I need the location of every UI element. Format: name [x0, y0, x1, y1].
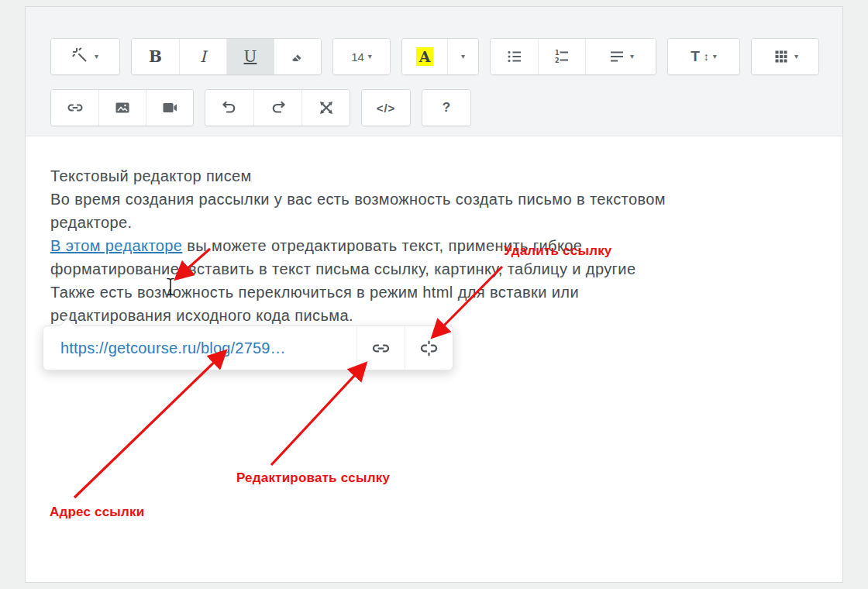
insert-image-button[interactable] — [98, 90, 146, 126]
svg-text:1: 1 — [555, 50, 560, 57]
svg-text:2: 2 — [555, 57, 560, 64]
editor-toolbar: ▾ B I U — [26, 7, 842, 136]
format-group: B I U — [131, 38, 322, 75]
align-button[interactable]: ▾ — [585, 39, 656, 74]
paragraph-1-line-1: Во время создания рассылки у вас есть во… — [50, 191, 666, 208]
italic-button[interactable]: I — [179, 39, 226, 74]
highlight-dropdown-button[interactable]: ▾ — [447, 39, 478, 74]
unlink-icon — [418, 338, 439, 359]
bullet-list-icon — [505, 47, 524, 66]
undo-button[interactable] — [205, 90, 253, 126]
bold-button[interactable]: B — [132, 39, 179, 74]
eraser-icon — [288, 47, 307, 66]
chevron-down-icon: ▾ — [794, 53, 798, 60]
magic-wand-icon — [72, 47, 91, 66]
doc-title-text: Текстовый редактор писем — [50, 167, 252, 184]
highlight-group: A ▾ — [401, 38, 479, 75]
paragraph-2: В этом редакторе вы можете отредактирова… — [50, 234, 808, 281]
paragraph-1: Во время создания рассылки у вас есть во… — [50, 188, 808, 234]
link-icon — [66, 98, 84, 117]
link-tooltip: https://getcourse.ru/blog/2759… — [43, 326, 453, 370]
link-address-label: Адрес ссылки — [50, 505, 144, 520]
font-size-group: 14 ▾ — [332, 38, 391, 75]
toolbar-row-1: ▾ B I U — [50, 38, 830, 75]
bullet-list-button[interactable] — [491, 39, 538, 74]
line-height-group: T ↕ ▾ — [667, 38, 740, 75]
toolbar-row-2: </> ? — [50, 89, 830, 126]
chevron-down-icon: ▾ — [461, 53, 465, 60]
style-group: ▾ — [50, 38, 120, 75]
edit-link-button[interactable] — [356, 326, 405, 370]
question-icon: ? — [443, 100, 450, 115]
table-icon — [772, 47, 790, 66]
line-height-letter: T — [691, 48, 700, 65]
paragraph-1-line-2: редакторе. — [50, 214, 132, 231]
align-icon — [608, 47, 626, 66]
image-icon — [113, 98, 132, 117]
updown-arrow-icon: ↕ — [704, 50, 709, 63]
chevron-down-icon: ▾ — [713, 53, 717, 60]
text-link[interactable]: В этом редакторе — [50, 237, 182, 254]
chevron-down-icon: ▾ — [95, 53, 98, 60]
italic-label: I — [200, 47, 206, 66]
delete-link-label: Удалить ссылку — [504, 243, 612, 259]
paragraph-3: Также есть возможность переключиться в р… — [50, 281, 808, 327]
undo-icon — [220, 98, 239, 117]
chevron-down-icon: ▾ — [630, 53, 634, 60]
bold-label: B — [149, 47, 162, 66]
table-group: ▾ — [751, 38, 819, 75]
code-icon: </> — [377, 102, 396, 115]
paragraph-2-line-2: форматирование, вставить в текст письма … — [50, 260, 636, 277]
highlight-letter: A — [416, 47, 434, 66]
chevron-down-icon: ▾ — [368, 53, 372, 60]
edit-link-label: Редактировать ссылку — [236, 470, 390, 486]
redo-icon — [269, 98, 288, 117]
editor-card: ▾ B I U — [25, 6, 843, 583]
fullscreen-icon — [317, 98, 336, 117]
code-group: </> — [361, 89, 411, 126]
help-button[interactable]: ? — [422, 90, 470, 126]
insert-video-button[interactable] — [146, 90, 193, 126]
video-icon — [160, 98, 179, 117]
underline-button[interactable]: U — [226, 39, 274, 74]
unlink-button[interactable] — [405, 326, 453, 370]
insert-group — [50, 89, 194, 126]
font-size-value: 14 — [351, 50, 364, 64]
highlight-color-button[interactable]: A — [402, 39, 447, 74]
font-size-button[interactable]: 14 ▾ — [333, 39, 390, 74]
link-icon — [370, 338, 391, 359]
clear-format-button[interactable] — [274, 39, 321, 74]
html-code-button[interactable]: </> — [362, 90, 410, 126]
text-cursor-icon — [165, 277, 176, 297]
editor-content[interactable]: Текстовый редактор писем Во время создан… — [26, 136, 842, 327]
underline-label: U — [244, 47, 257, 66]
numbered-list-icon: 1 2 — [553, 47, 571, 66]
line-height-button[interactable]: T ↕ ▾ — [668, 39, 739, 74]
help-group: ? — [422, 89, 471, 126]
fullscreen-button[interactable] — [301, 90, 350, 126]
list-group: 1 2 ▾ — [490, 38, 656, 75]
redo-button[interactable] — [253, 90, 301, 126]
link-url[interactable]: https://getcourse.ru/blog/2759… — [43, 326, 356, 370]
history-group — [205, 89, 350, 126]
text-style-button[interactable]: ▾ — [51, 39, 119, 74]
doc-title: Текстовый редактор писем — [50, 164, 808, 188]
paragraph-3-line-1: Также есть возможность переключиться в р… — [50, 284, 579, 301]
paragraph-3-line-2: редактирования исходного кода письма. — [50, 307, 353, 324]
numbered-list-button[interactable]: 1 2 — [538, 39, 585, 74]
table-button[interactable]: ▾ — [752, 39, 818, 74]
insert-link-button[interactable] — [51, 90, 98, 126]
